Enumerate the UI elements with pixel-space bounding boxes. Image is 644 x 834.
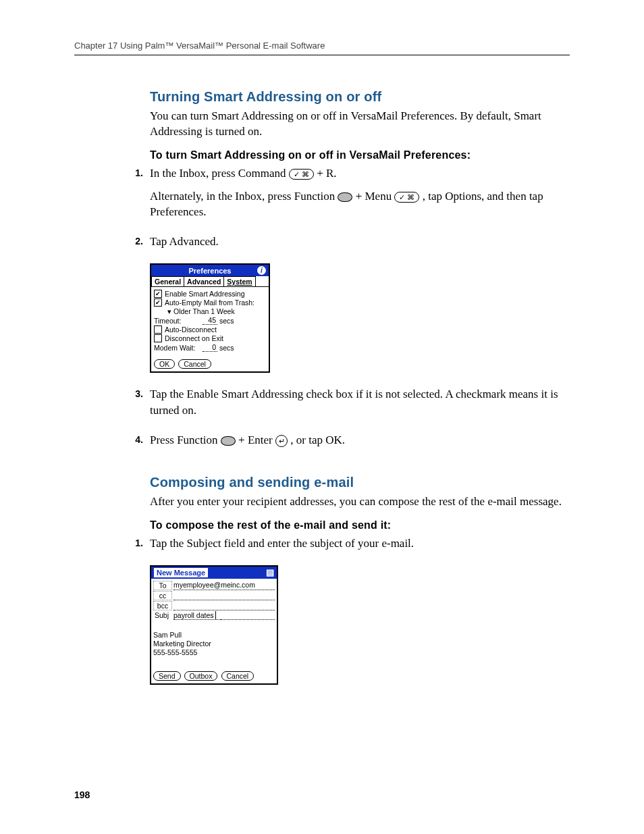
text-fragment: + Menu <box>356 190 395 203</box>
sig-title: Marketing Director <box>153 640 275 648</box>
pref-label: Modem Wait: <box>154 344 203 352</box>
subj-label: Subj <box>153 611 172 620</box>
dropdown-arrow-icon[interactable]: ▾ <box>167 307 171 315</box>
sig-name: Sam Pull <box>153 631 275 640</box>
page-header: Chapter 17 Using Palm™ VersaMail™ Person… <box>74 41 570 55</box>
pref-row-auto-disconnect[interactable]: Auto-Disconnect <box>154 325 266 334</box>
info-icon[interactable]: i <box>257 266 266 275</box>
text-fragment: Press Function <box>150 434 221 446</box>
ok-button[interactable]: OK <box>154 359 175 369</box>
subject-input-rest[interactable] <box>221 611 275 620</box>
bcc-field-row[interactable]: bcc <box>153 601 275 610</box>
subject-input[interactable]: payroll dates <box>173 611 221 620</box>
section-title-composing: Composing and sending e-mail <box>150 475 570 490</box>
pref-row-timeout: Timeout: 45 secs <box>154 316 266 325</box>
section-title-smart-addressing: Turning Smart Addressing on or off <box>150 89 570 105</box>
unit-label: secs <box>219 317 234 325</box>
menu-icon[interactable]: ▤ <box>266 569 274 577</box>
sig-phone: 555-555-5555 <box>153 648 275 657</box>
page-number: 198 <box>74 789 90 800</box>
intro-paragraph-2: After you enter your recipient addresses… <box>150 494 570 510</box>
pref-row-auto-empty[interactable]: ✔ Auto-Empty Mail from Trash: <box>154 298 266 307</box>
step-1-line-2: Alternately, in the Inbox, press Functio… <box>150 188 570 221</box>
pref-row-disconnect-on-exit[interactable]: Disconnect on Exit <box>154 334 266 342</box>
step-3: Tap the Enable Smart Addressing check bo… <box>150 386 570 419</box>
step-number: 2. <box>126 234 150 257</box>
pref-row-older-than[interactable]: ▾ Older Than 1 Week <box>154 307 266 315</box>
signature-block: Sam Pull Marketing Director 555-555-5555 <box>153 631 275 657</box>
modem-wait-input[interactable]: 0 <box>203 343 217 352</box>
pref-label: Auto-Disconnect <box>165 325 217 334</box>
to-input[interactable]: myemployee@meinc.com <box>173 581 275 590</box>
step-number: 4. <box>126 432 150 455</box>
step-2: Tap Advanced. <box>150 234 570 250</box>
enter-key-icon: ↵ <box>275 435 288 447</box>
text-fragment: In the Inbox, press Command <box>150 167 289 180</box>
step-4: Press Function + Enter ↵ , or tap OK. <box>150 432 570 448</box>
subject-field-row[interactable]: Subj payroll dates <box>153 611 275 620</box>
tab-system[interactable]: System <box>223 276 255 286</box>
cc-field-row[interactable]: cc <box>153 591 275 600</box>
outbox-button[interactable]: Outbox <box>184 671 218 681</box>
palm-titlebar: New Message ▤ <box>151 567 277 579</box>
pref-row-enable-smart-addressing[interactable]: ✔ Enable Smart Addressing <box>154 290 266 298</box>
function-key-icon <box>338 192 352 202</box>
timeout-input[interactable]: 45 <box>203 316 217 325</box>
compose-step-1: Tap the Subject field and enter the subj… <box>150 536 570 552</box>
palm-titlebar: Preferences i <box>151 265 269 276</box>
pref-label: Auto-Empty Mail from Trash: <box>165 298 254 307</box>
unit-label: secs <box>219 344 234 352</box>
procedure-heading-1: To turn Smart Addressing on or off in Ve… <box>150 149 570 161</box>
palm-preferences-screenshot: Preferences i General Advanced System ✔ … <box>150 263 270 373</box>
step-number: 1. <box>126 165 150 227</box>
step-number: 1. <box>126 536 150 558</box>
step-1-line-1: In the Inbox, press Command ✓ ⌘ + R. <box>150 165 570 182</box>
send-button[interactable]: Send <box>153 671 181 681</box>
checkbox-checked-icon[interactable]: ✔ <box>154 290 162 298</box>
cc-label: cc <box>153 591 172 600</box>
function-key-icon <box>221 436 236 446</box>
palm-title-text: Preferences <box>163 267 257 275</box>
palm-tabs: General Advanced System <box>151 276 269 287</box>
checkbox-checked-icon[interactable]: ✔ <box>154 298 162 307</box>
pref-label: Enable Smart Addressing <box>165 290 244 298</box>
text-fragment: + R. <box>317 167 336 180</box>
intro-paragraph: You can turn Smart Addressing on or off … <box>150 109 570 140</box>
command-key-icon: ✓ ⌘ <box>289 169 314 180</box>
checkbox-unchecked-icon[interactable] <box>154 325 162 334</box>
checkbox-unchecked-icon[interactable] <box>154 334 162 342</box>
text-fragment: Alternately, in the Inbox, press Functio… <box>150 190 338 203</box>
pref-row-modem-wait: Modem Wait: 0 secs <box>154 343 266 352</box>
cc-input[interactable] <box>173 591 275 600</box>
pref-label: Disconnect on Exit <box>165 334 223 342</box>
pref-label: Older Than 1 Week <box>173 307 235 315</box>
tab-advanced[interactable]: Advanced <box>184 276 224 286</box>
tab-general[interactable]: General <box>151 276 184 286</box>
palm-new-message-screenshot: New Message ▤ To myemployee@meinc.com cc… <box>150 565 278 684</box>
to-field-row[interactable]: To myemployee@meinc.com <box>153 581 275 590</box>
new-message-title: New Message <box>154 568 208 577</box>
bcc-input[interactable] <box>173 601 275 610</box>
menu-key-icon: ✓ ⌘ <box>394 192 419 203</box>
text-fragment: + Enter <box>238 434 275 446</box>
procedure-heading-2: To compose the rest of the e-mail and se… <box>150 519 570 531</box>
cancel-button[interactable]: Cancel <box>221 671 254 681</box>
step-number: 3. <box>126 386 150 425</box>
to-label: To <box>153 581 172 590</box>
bcc-label: bcc <box>153 601 172 610</box>
text-fragment: , or tap OK. <box>290 434 345 446</box>
cancel-button[interactable]: Cancel <box>178 359 211 369</box>
pref-label: Timeout: <box>154 317 203 325</box>
